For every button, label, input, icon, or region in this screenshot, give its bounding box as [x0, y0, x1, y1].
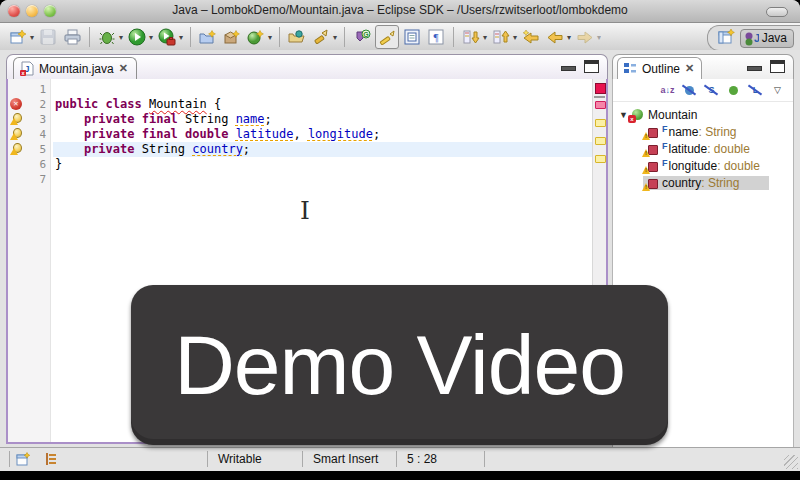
outline-fast-view-icon[interactable] [44, 452, 60, 466]
code-line-6[interactable]: 6} [8, 157, 593, 172]
outline-item-longitude[interactable]: Flongitude : double [613, 157, 793, 174]
outline-item-class[interactable]: ▼xMountain [613, 106, 793, 123]
main-toolbar: ▾ ▾ ▾ ▾ ▾ ▾ [0, 23, 800, 52]
run-button[interactable] [126, 26, 148, 48]
outline-item-name[interactable]: Fname : String [613, 123, 793, 140]
new-java-project-button[interactable] [197, 26, 219, 48]
forward-button[interactable] [574, 26, 596, 48]
new-java-class-button[interactable] [245, 26, 267, 48]
debug-button[interactable] [96, 26, 118, 48]
last-edit-location-button[interactable] [520, 26, 542, 48]
java-perspective-label: Java [762, 31, 787, 45]
open-perspective-icon[interactable] [718, 28, 736, 49]
final-decorator: F [662, 158, 668, 168]
outline-tab-bar: Outline ✕ [612, 54, 794, 82]
search-dropdown[interactable]: ▾ [331, 33, 339, 42]
outline-tab-label: Outline [642, 62, 680, 76]
show-whitespace-button[interactable]: ¶ [425, 26, 447, 48]
new-java-package-button[interactable] [221, 26, 243, 48]
field-name: country [662, 176, 701, 190]
open-type-button[interactable] [286, 26, 308, 48]
line-number: 7 [25, 172, 53, 187]
outline-item-latitude[interactable]: Flatitude : double [613, 140, 793, 157]
private-field-icon [643, 176, 659, 190]
editor-tab-bar: Jx Mountain.java ✕ [6, 54, 608, 82]
code-line-2[interactable]: ✕2public class Mountain { [8, 97, 593, 112]
code-line-1[interactable]: 1 [8, 82, 593, 97]
writable-status: Writable [218, 452, 262, 466]
run-dropdown[interactable]: ▾ [147, 33, 155, 42]
status-bar: Writable Smart Insert 5 : 28 [0, 447, 800, 471]
outline-toolbar: a↓z S L ▽ [613, 79, 793, 102]
outline-minimize-button[interactable] [747, 66, 762, 71]
svg-text:¶: ¶ [434, 31, 439, 43]
outline-class-label: Mountain [648, 108, 697, 122]
show-source-button[interactable] [401, 26, 423, 48]
outline-tab[interactable]: Outline ✕ [617, 57, 702, 79]
new-java-class-dropdown[interactable]: ▾ [266, 33, 274, 42]
warning-overview-marker[interactable] [595, 155, 606, 163]
caret-position-status: 5 : 28 [407, 452, 437, 466]
fast-view-icon[interactable] [16, 452, 32, 466]
overview-error-summary-icon [595, 83, 606, 94]
line-number: 5 [25, 142, 53, 157]
private-field-icon [643, 142, 659, 156]
forward-dropdown[interactable]: ▾ [595, 33, 603, 42]
line-number: 3 [25, 112, 53, 127]
new-wizard-button[interactable] [7, 26, 29, 48]
line-number: 6 [25, 157, 53, 172]
code-line-5[interactable]: 5 private String country; [8, 142, 593, 157]
window-resize-grip[interactable] [784, 455, 798, 469]
quickfix-warning-icon[interactable] [10, 143, 22, 155]
code-line-4[interactable]: 4 private final double latitude, longitu… [8, 127, 593, 142]
next-annotation-dropdown[interactable]: ▾ [481, 33, 489, 42]
quickfix-warning-icon[interactable] [10, 113, 22, 125]
warning-overview-marker[interactable] [595, 137, 606, 145]
search-button[interactable] [310, 26, 332, 48]
new-wizard-dropdown[interactable]: ▾ [28, 33, 36, 42]
mark-occurrences-button[interactable] [375, 25, 399, 49]
line-number: 1 [25, 82, 53, 97]
run-external-tools-dropdown[interactable]: ▾ [177, 33, 185, 42]
error-overview-marker[interactable] [595, 101, 606, 109]
toolbar-toggle-button[interactable] [766, 7, 788, 17]
perspective-bar: J Java [707, 25, 800, 51]
editor-tab-label: Mountain.java [39, 62, 114, 76]
print-button[interactable] [61, 26, 83, 48]
outline-maximize-button[interactable] [770, 60, 785, 73]
error-marker-icon[interactable]: ✕ [10, 98, 22, 110]
toggle-annotations-button[interactable]: G [351, 26, 373, 48]
quickfix-warning-icon[interactable] [10, 128, 22, 140]
java-perspective-button[interactable]: J Java [740, 29, 794, 48]
previous-annotation-dropdown[interactable]: ▾ [511, 33, 519, 42]
previous-annotation-button[interactable] [490, 26, 512, 48]
debug-dropdown[interactable]: ▾ [117, 33, 125, 42]
editor-tab-close-icon[interactable]: ✕ [119, 62, 128, 75]
outline-item-country[interactable]: country : String [613, 174, 793, 191]
field-type: : String [699, 125, 737, 139]
view-menu-icon[interactable]: ▽ [770, 83, 785, 97]
save-button[interactable] [37, 26, 59, 48]
back-button[interactable] [544, 26, 566, 48]
sort-icon[interactable]: a↓z [660, 83, 675, 97]
hide-fields-icon[interactable] [682, 83, 697, 97]
warning-overview-marker[interactable] [595, 119, 606, 127]
outline-tab-close-icon[interactable]: ✕ [685, 62, 694, 75]
code-line-3[interactable]: 3 private final String name; [8, 112, 593, 127]
window-title: Java – LombokDemo/Mountain.java – Eclips… [0, 3, 800, 17]
hide-non-public-members-icon[interactable] [726, 83, 741, 97]
code-line-7[interactable]: 7 [8, 172, 593, 187]
hide-local-types-icon[interactable]: L [748, 83, 763, 97]
demo-video-overlay: Demo Video [131, 285, 668, 445]
back-dropdown[interactable]: ▾ [565, 33, 573, 42]
hide-static-members-icon[interactable]: S [704, 83, 719, 97]
private-field-icon [643, 159, 659, 173]
line-number: 2 [25, 97, 53, 112]
editor-maximize-button[interactable] [584, 60, 599, 73]
run-external-tools-button[interactable] [156, 26, 178, 48]
titlebar[interactable]: Java – LombokDemo/Mountain.java – Eclips… [0, 0, 800, 23]
editor-minimize-button[interactable] [561, 66, 576, 71]
editor-tab-mountain-java[interactable]: Jx Mountain.java ✕ [13, 57, 137, 79]
class-icon: x [629, 108, 645, 122]
next-annotation-button[interactable] [460, 26, 482, 48]
